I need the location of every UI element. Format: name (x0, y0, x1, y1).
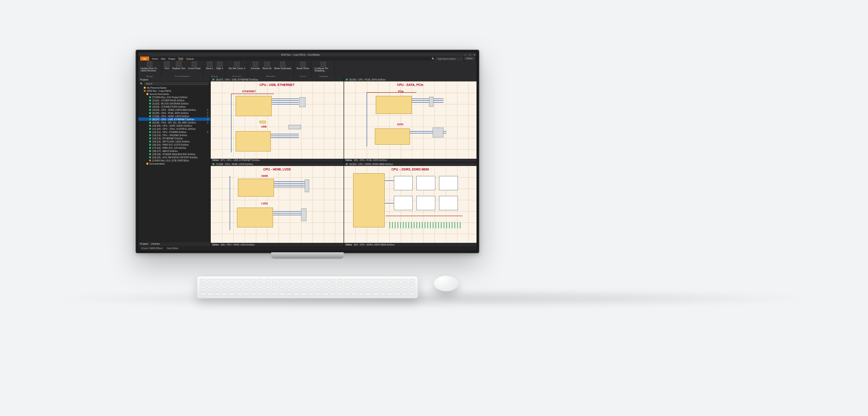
tree-row[interactable]: [12] [11] - CPU - POWER.SchDocD (138, 130, 210, 133)
doc-tab[interactable]: [7] [06] - CPU - HDMI, LVDS.SchDoc (216, 163, 253, 165)
tree-row[interactable]: [15] [14] - SPI FLASH, LEDS.SchDoc (138, 140, 210, 143)
footer-doc: [05] - CPU - PCIE, SATA.SchDoc (354, 159, 387, 161)
app-screen: iMX6 Rex - Copy.PrjPcb - CircuitMaker — … (138, 52, 476, 251)
ribbon-button[interactable]: Set Net Colors ▾ (229, 61, 245, 70)
footer-doc: [07] - CPU - USB, ETHERNET.SchDoc (221, 159, 259, 161)
tree-row[interactable]: [T] iMX6 Rex_V1I1 Project.SchDoc (138, 95, 210, 99)
status-grid: Grid:100mil (167, 247, 179, 250)
menu-outputs[interactable]: Outputs (186, 57, 194, 60)
tree-row[interactable]: Documentation (138, 162, 210, 165)
ribbon-button[interactable]: Move ▾ (206, 61, 214, 70)
ribbon-button[interactable]: Find (164, 61, 170, 70)
file-menu[interactable]: File (140, 57, 149, 61)
close-button[interactable]: ✕ (472, 53, 476, 56)
share-button[interactable]: Share (464, 57, 475, 60)
header-search: 🔍 Type here to search Share (432, 57, 475, 60)
titlebar: iMX6 Rex - Copy.PrjPcb - CircuitMaker — … (138, 52, 476, 57)
tree-row[interactable]: [3] [03] - CONNECTORS.SchDoc (138, 105, 210, 108)
footer-doc: [06] - CPU - HDMI, LVDS.SchDoc (221, 243, 255, 246)
mouse (434, 276, 458, 291)
keyboard (197, 276, 418, 298)
projects-panel-header: Projects (138, 78, 210, 81)
section-sata: SATA (397, 123, 404, 126)
search-icon: 🔍 (140, 82, 143, 85)
menubar: File Home View Project Tools Outputs 🔍 T… (138, 57, 476, 61)
ribbon-button[interactable]: Update Parts To Latest Revision (141, 61, 159, 72)
sidebar-tab-projects[interactable]: Projects (140, 242, 148, 246)
tree-row[interactable]: [13] [12] - CPU - UNUSED.SchDoc (138, 133, 210, 137)
ribbon-button[interactable]: Reset Duplicates (274, 61, 291, 70)
sheet-title: CPU - HDMI, LVDS (211, 168, 344, 171)
projects-search-input[interactable]: Search (144, 82, 208, 85)
doc-tab[interactable]: [5] [05] - CPU - PCIE, SATA.SchDoc (349, 78, 386, 81)
doc-tab[interactable]: [8] [07] - CPU - USB, ETHERNET.SchDoc (216, 78, 258, 81)
ribbon-button[interactable]: Break Wires (297, 61, 309, 70)
tree-row[interactable]: [10] [09] - CPU - UART, AUDIO.SchDoc (138, 124, 210, 127)
tree-row[interactable]: [1] [01] - COVER PAGE.SchDoc (138, 99, 210, 102)
editor-canvas: [8] [07] - CPU - USB, ETHERNET.SchDoc CP… (211, 78, 476, 246)
tree-row[interactable]: iMX6 Rex - Copy.PrjPcb (138, 89, 210, 92)
editor-label: Editor (212, 243, 219, 246)
sheet-title: CPU - SATA, PCIe (344, 83, 477, 86)
ribbon: Update Parts To Latest RevisionManageFin… (138, 61, 476, 78)
monitor: iMX6 Rex - Copy.PrjPcb - CircuitMaker — … (136, 50, 479, 253)
menu-view[interactable]: View (160, 57, 165, 60)
search-icon: 🔍 (432, 57, 434, 60)
tree-row[interactable]: [11] [10] - CPU - JTAG, CONTROL.SchDoc (138, 127, 210, 130)
project-tree[interactable]: My Personal SpaceiMX6 Rex - Copy.PrjPcbS… (138, 86, 210, 242)
sheet-title: CPU – DDR3, DDR3 MEM (344, 168, 477, 171)
sheet-title: CPU - USB, ETHERNET (211, 83, 344, 86)
doc-tab[interactable]: [4] [04] - CPU - DDR3, DDR3 MEM.SchDoc (349, 163, 393, 165)
menu-home[interactable]: Home (152, 57, 158, 60)
tree-row[interactable]: [7] [06] - CPU - HDMI, LVDS.SchDocD (138, 114, 210, 118)
tree-row[interactable]: [23] [19] - DOC REVISION HISTORY.SchDoc (138, 156, 210, 159)
minimize-button[interactable]: — (463, 53, 467, 56)
editor-label: Editor (346, 243, 352, 246)
tree-row[interactable]: [14] [13] - ETHERNET.SchDoc (138, 137, 210, 140)
projects-panel: Projects 🔍 Search My Personal SpaceiMX6 … (138, 78, 211, 246)
sidebar-tabs: Projects Libraries (138, 242, 210, 246)
ribbon-button[interactable]: Cross Probe (188, 61, 201, 70)
projects-search: 🔍 Search (138, 81, 210, 86)
search-input[interactable]: Type here to search (436, 57, 463, 60)
editor-label: Editor (212, 159, 219, 161)
ribbon-button[interactable]: Annotate (251, 61, 260, 70)
doc-hdmi-lvds[interactable]: [7] [06] - CPU - HDMI, LVDS.SchDoc CPU -… (211, 162, 344, 246)
section-lvds: LVDS (261, 202, 268, 205)
maximize-button[interactable]: ▢ (467, 53, 472, 56)
tree-row[interactable]: [4] [04] - CPU - DDR3, DDR3 MEM.SchDocD (138, 108, 210, 111)
doc-usb-ethernet[interactable]: [8] [07] - CPU - USB, ETHERNET.SchDoc CP… (211, 78, 344, 162)
window-title: iMX6 Rex - Copy.PrjPcb - CircuitMaker (138, 53, 463, 56)
menu-project[interactable]: Project (168, 57, 175, 60)
tree-row[interactable]: [8] [07] - CPU - USB, ETHERNET.SchDocD (138, 118, 210, 121)
tree-row[interactable]: My Personal Space (138, 86, 210, 89)
status-coords: X:0mil Y:9005.000mil (141, 247, 162, 250)
section-usb: USB (261, 125, 267, 128)
tree-row[interactable]: [16] [15] - PWR 3V3, 1V375.SchDoc (138, 143, 210, 146)
doc-ddr3[interactable]: [4] [04] - CPU - DDR3, DDR3 MEM.SchDoc C… (344, 162, 477, 246)
statusbar: X:0mil Y:9005.000mil Grid:100mil (138, 246, 476, 251)
tree-row[interactable]: [19] [18] - POWER SEQUENCING.SchDoc (138, 152, 210, 156)
ribbon-button[interactable]: Replace Text (172, 61, 185, 70)
ribbon-button[interactable]: Configure Pin Swapping… (314, 61, 332, 72)
editor-label: Editor (346, 159, 352, 161)
tree-row[interactable]: [18] [17] - MECH.SchDoc (138, 149, 210, 152)
tree-row[interactable]: [I] iMX6 Rex_V1I1_PCB.CMPCBDoc (138, 159, 210, 162)
tree-row[interactable]: [5] [05] - CPU - PCIE, SATA.SchDocD (138, 111, 210, 114)
ribbon-button[interactable]: Reset All (263, 61, 272, 70)
tree-row[interactable]: [2] [02] - BLOCK DIAGRAM.SchDoc (138, 102, 210, 105)
section-ethernet: ETHERNET (242, 90, 256, 93)
doc-sata-pcie[interactable]: [5] [05] - CPU - PCIE, SATA.SchDoc CPU -… (344, 78, 477, 162)
sidebar-tab-libraries[interactable]: Libraries (151, 242, 160, 246)
footer-doc: [04] - CPU - DDR3, DDR3 MEM.SchDoc (354, 243, 395, 246)
menu-tools[interactable]: Tools (178, 57, 184, 60)
ribbon-button[interactable]: Align ▾ (216, 61, 223, 70)
tree-row[interactable]: [9] [08] - CPU - SPI, I2C, SD, MMC.SchDo… (138, 121, 210, 124)
tree-row[interactable]: [17] [16] - PWR 2V5, 1V5.SchDoc (138, 146, 210, 149)
section-hdmi: HDMI (261, 175, 268, 177)
tree-row[interactable]: Source Documents (138, 92, 210, 95)
